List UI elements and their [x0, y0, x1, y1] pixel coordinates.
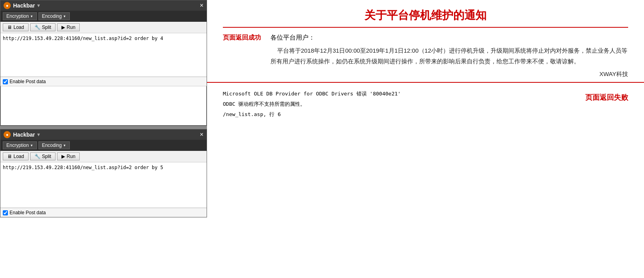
load-icon-1: 🖥: [7, 25, 12, 30]
enable-post-label-1: Enable Post data: [10, 79, 46, 84]
run-button-1[interactable]: ▶ Run: [57, 23, 80, 31]
enable-post-checkbox-2[interactable]: [3, 210, 8, 215]
post-input-1[interactable]: [0, 86, 207, 126]
notice-section: 关于平台停机维护的通知 页面返回成功 各位平台用户： 平台将于2018年12月3…: [207, 0, 644, 83]
hackbar-title-left-1: ● Hackbar ▾: [4, 2, 40, 9]
enable-post-row-1: Enable Post data: [0, 77, 207, 86]
error-line-2: ODBC 驱动程序不支持所需的属性。: [223, 99, 569, 109]
hackbar-title-1: Hackbar: [13, 2, 35, 9]
hackbar-titlebar-2: ● Hackbar ▾ ×: [0, 129, 207, 140]
run-icon-1: ▶: [61, 25, 65, 30]
error-section: Microsoft OLE DB Provider for ODBC Drive…: [223, 89, 569, 120]
hackbar-logo-1: ●: [4, 2, 11, 9]
left-panel: ● Hackbar ▾ × Encryption Encoding 🖥 Load…: [0, 0, 207, 278]
run-button-2[interactable]: ▶ Run: [57, 152, 80, 160]
hackbar-titlebar-1: ● Hackbar ▾ ×: [0, 0, 207, 11]
error-line-3: /new_list.asp, 行 6: [223, 109, 569, 120]
hackbar-toolbar-2: Encryption Encoding: [0, 140, 207, 151]
hackbar-title-left-2: ● Hackbar ▾: [4, 131, 40, 138]
load-icon-2: 🖥: [7, 154, 12, 159]
hackbar-close-button-1[interactable]: ×: [200, 2, 203, 9]
right-panel: 关于平台停机维护的通知 页面返回成功 各位平台用户： 平台将于2018年12月3…: [207, 0, 644, 278]
encryption-dropdown-2[interactable]: Encryption: [3, 141, 37, 149]
hackbar-toolbar-1: Encryption Encoding: [0, 11, 207, 22]
hackbar-window-1: ● Hackbar ▾ × Encryption Encoding 🖥 Load…: [0, 0, 207, 126]
encoding-dropdown-2[interactable]: Encoding: [38, 141, 70, 149]
hackbar-buttons-2: 🖥 Load 🔧 Split ▶ Run: [0, 151, 207, 162]
hackbar-buttons-1: 🖥 Load 🔧 Split ▶ Run: [0, 22, 207, 33]
error-line-1: Microsoft OLE DB Provider for ODBC Drive…: [223, 89, 569, 99]
hackbar-title-suffix-2: ▾: [37, 132, 40, 137]
notice-content: 平台将于2018年12月31日00:00至2019年1月1日12:00（12小时…: [270, 45, 628, 67]
enable-post-row-2: Enable Post data: [0, 208, 207, 217]
hackbar-logo-2: ●: [4, 131, 11, 138]
notice-greeting: 各位平台用户：: [270, 34, 628, 42]
split-icon-2: 🔧: [34, 154, 40, 159]
hackbar-window-2: ● Hackbar ▾ × Encryption Encoding 🖥 Load…: [0, 129, 207, 217]
hackbar-title-2: Hackbar: [13, 131, 35, 138]
split-button-1[interactable]: 🔧 Split: [30, 23, 56, 31]
load-button-1[interactable]: 🖥 Load: [3, 23, 29, 31]
notice-body: 页面返回成功 各位平台用户： 平台将于2018年12月31日00:00至2019…: [223, 34, 628, 67]
notice-footer: XWAY科技: [223, 70, 628, 78]
split-button-2[interactable]: 🔧 Split: [30, 152, 56, 160]
notice-title: 关于平台停机维护的通知: [223, 8, 628, 23]
encoding-dropdown-1[interactable]: Encoding: [38, 12, 70, 20]
enable-post-label-2: Enable Post data: [10, 210, 46, 215]
hackbar-title-suffix-1: ▾: [37, 3, 40, 8]
fail-label: 页面返回失败: [585, 93, 628, 102]
encryption-dropdown-1[interactable]: Encryption: [3, 12, 37, 20]
enable-post-checkbox-1[interactable]: [3, 79, 8, 84]
notice-text-block: 各位平台用户： 平台将于2018年12月31日00:00至2019年1月1日12…: [270, 34, 628, 67]
load-button-2[interactable]: 🖥 Load: [3, 152, 29, 160]
hackbar-separator: [0, 126, 207, 129]
url-input-2[interactable]: http://219.153.49.228:41160/new_list.asp…: [0, 162, 207, 208]
run-icon-2: ▶: [61, 154, 65, 159]
notice-divider: [223, 27, 628, 28]
url-input-1[interactable]: http://219.153.49.228:41160/new_list.asp…: [0, 33, 207, 77]
notice-status-label: 页面返回成功: [223, 34, 263, 42]
bottom-right: Microsoft OLE DB Provider for ODBC Drive…: [207, 83, 644, 278]
split-icon-1: 🔧: [34, 25, 40, 30]
hackbar-close-button-2[interactable]: ×: [200, 131, 203, 138]
